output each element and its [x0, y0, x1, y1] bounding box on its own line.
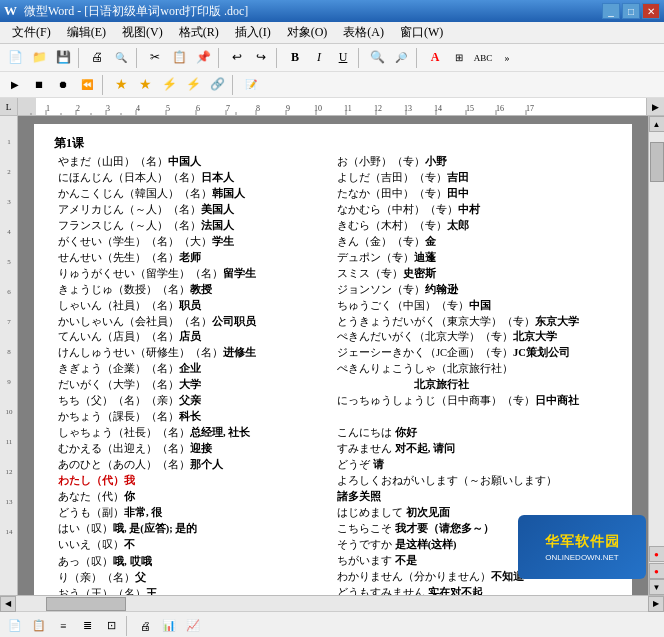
- scroll-down-button2[interactable]: ●: [649, 563, 665, 579]
- italic-button[interactable]: I: [308, 47, 330, 69]
- h-scroll-thumb[interactable]: [46, 597, 126, 611]
- bt-btn6[interactable]: 🖨: [134, 615, 156, 637]
- line-l10: しゃいん（社員）（名）职员: [58, 298, 329, 314]
- menu-file[interactable]: 文件(F): [4, 22, 59, 43]
- cut-button[interactable]: ✂: [144, 47, 166, 69]
- line-l27: り（亲）（名）父: [58, 570, 329, 586]
- svg-text:5: 5: [166, 104, 170, 113]
- svg-text:17: 17: [526, 104, 534, 113]
- menu-edit[interactable]: 编辑(E): [59, 22, 114, 43]
- tb2-btn8[interactable]: ⚡: [182, 74, 204, 96]
- save-button[interactable]: 💾: [52, 47, 74, 69]
- line-l14: きぎょう（企業）（名）企业: [58, 361, 329, 377]
- tb2-btn7[interactable]: ⚡: [158, 74, 180, 96]
- maximize-button[interactable]: □: [622, 3, 640, 19]
- svg-text:6: 6: [196, 104, 200, 113]
- print-preview-button[interactable]: 🔍: [110, 47, 132, 69]
- line-r2: よしだ（吉田）（专）吉田: [337, 170, 608, 186]
- svg-text:3: 3: [7, 198, 11, 206]
- vertical-scrollbar: ▲ ● ● ▼: [648, 116, 664, 595]
- scroll-track[interactable]: [649, 132, 664, 546]
- line-l15: だいがく（大学）（名）大学: [58, 377, 329, 393]
- ruler-right[interactable]: ▶: [646, 98, 664, 116]
- bt-btn3[interactable]: ≡: [52, 615, 74, 637]
- find-button[interactable]: 🔍: [366, 47, 388, 69]
- tb2-btn10[interactable]: 📝: [240, 74, 262, 96]
- new-button[interactable]: 📄: [4, 47, 26, 69]
- line-l17: かちょう（課長）（名）科长: [58, 409, 329, 425]
- tb2-btn2[interactable]: ⏹: [28, 74, 50, 96]
- svg-text:14: 14: [6, 528, 14, 536]
- menu-object[interactable]: 对象(O): [279, 22, 336, 43]
- tb2-btn1[interactable]: ▶: [4, 74, 26, 96]
- ruler-corner[interactable]: L: [0, 98, 18, 116]
- svg-text:11: 11: [344, 104, 352, 113]
- line-r3: たなか（田中）（专）田中: [337, 186, 608, 202]
- bt-btn5[interactable]: ⊡: [100, 615, 122, 637]
- sep2: [136, 48, 140, 68]
- underline-button[interactable]: U: [332, 47, 354, 69]
- abc-button[interactable]: ABC: [472, 47, 494, 69]
- line-r14: ぺきんりょこうしゃ（北京旅行社）: [337, 361, 608, 377]
- menu-insert[interactable]: 插入(I): [227, 22, 279, 43]
- print-button[interactable]: 🖨: [86, 47, 108, 69]
- open-button[interactable]: 📁: [28, 47, 50, 69]
- svg-text:10: 10: [6, 408, 14, 416]
- scroll-right-button[interactable]: ▶: [648, 596, 664, 612]
- bt-btn7[interactable]: 📊: [158, 615, 180, 637]
- line-l1: やまだ（山田）（名）中国人: [58, 154, 329, 170]
- zoom-button[interactable]: 🔎: [390, 47, 412, 69]
- scroll-down-button[interactable]: ●: [649, 546, 665, 562]
- bt-btn1[interactable]: 📄: [4, 615, 26, 637]
- tb2-btn3[interactable]: ⏺: [52, 74, 74, 96]
- line-l6: がくせい（学生）（名）（大）学生: [58, 234, 329, 250]
- bold-button[interactable]: B: [284, 47, 306, 69]
- window-controls: _ □ ✕: [602, 3, 660, 19]
- menu-window[interactable]: 窗口(W): [392, 22, 451, 43]
- line-r9: ジョンソン（专）约翰逊: [337, 282, 608, 298]
- line-r15: 北京旅行社: [337, 377, 608, 393]
- svg-text:12: 12: [374, 104, 382, 113]
- menu-format[interactable]: 格式(R): [171, 22, 227, 43]
- paste-button[interactable]: 📌: [192, 47, 214, 69]
- undo-button[interactable]: ↩: [226, 47, 248, 69]
- line-l22: あなた（代）你: [58, 489, 329, 505]
- line-l26: あっ（叹）哦, 哎哦: [58, 553, 329, 570]
- line-r20: どうぞ 请: [337, 457, 608, 473]
- line-r6: きん（金）（专）金: [337, 234, 608, 250]
- close-button[interactable]: ✕: [642, 3, 660, 19]
- line-l11: かいしゃいん（会社員）（名）公司职员: [58, 314, 329, 330]
- sep6: [416, 48, 420, 68]
- scroll-up-button[interactable]: ▲: [649, 116, 665, 132]
- scroll-down-button3[interactable]: ▼: [649, 579, 665, 595]
- tb2-btn4[interactable]: ⏪: [76, 74, 98, 96]
- sep8: [232, 75, 236, 95]
- scroll-left-button[interactable]: ◀: [0, 596, 16, 612]
- line-l24: はい（叹）哦, 是(应答); 是的: [58, 521, 329, 537]
- redo-button[interactable]: ↪: [250, 47, 272, 69]
- tb2-btn6[interactable]: ★: [134, 74, 156, 96]
- copy-button[interactable]: 📋: [168, 47, 190, 69]
- tb2-btn5[interactable]: ★: [110, 74, 132, 96]
- bt-btn4[interactable]: ≣: [76, 615, 98, 637]
- bt-btn8[interactable]: 📈: [182, 615, 204, 637]
- minimize-button[interactable]: _: [602, 3, 620, 19]
- more-button[interactable]: »: [496, 47, 518, 69]
- menu-table[interactable]: 表格(A): [335, 22, 392, 43]
- table-button[interactable]: ⊞: [448, 47, 470, 69]
- menu-view[interactable]: 视图(V): [114, 22, 171, 43]
- line-r10: ちゅうごく（中国）（专）中国: [337, 298, 608, 314]
- h-scroll-track[interactable]: [16, 596, 648, 611]
- line-r13: ジェーシーきかく（JC企画）（专）JC策划公司: [337, 345, 608, 361]
- font-color-button[interactable]: A: [424, 47, 446, 69]
- svg-text:12: 12: [6, 468, 14, 476]
- bt-btn2[interactable]: 📋: [28, 615, 50, 637]
- scroll-thumb[interactable]: [650, 142, 664, 182]
- bottom-toolbar: 📄 📋 ≡ ≣ ⊡ 🖨 📊 📈: [0, 611, 664, 637]
- svg-text:8: 8: [7, 348, 11, 356]
- watermark: 华军软件园 ONLINEDOWN.NET: [518, 515, 646, 579]
- svg-text:8: 8: [256, 104, 260, 113]
- svg-text:14: 14: [434, 104, 442, 113]
- tb2-btn9[interactable]: 🔗: [206, 74, 228, 96]
- svg-text:9: 9: [7, 378, 11, 386]
